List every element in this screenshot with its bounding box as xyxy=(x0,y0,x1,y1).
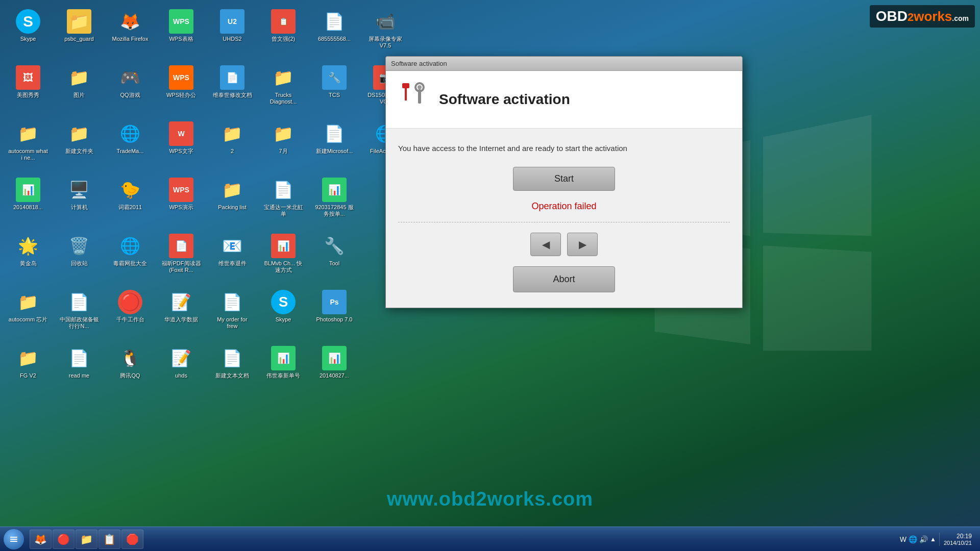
svg-rect-1 xyxy=(405,86,407,101)
operation-failed-text: Operation failed xyxy=(398,201,730,212)
nav-buttons: ◀ ▶ xyxy=(398,233,730,256)
dialog-titlebar-text: Software activation xyxy=(391,60,737,67)
dialog-title: Software activation xyxy=(439,91,570,108)
svg-point-4 xyxy=(418,85,422,89)
svg-rect-3 xyxy=(418,89,421,104)
forward-button[interactable]: ▶ xyxy=(567,233,598,256)
dialog-message: You have access to the Internet and are … xyxy=(398,144,730,153)
dialog-header: Software activation xyxy=(386,71,742,129)
dialog-body: You have access to the Internet and are … xyxy=(386,129,742,308)
dialog-titlebar: Software activation xyxy=(386,57,742,71)
forward-icon: ▶ xyxy=(579,238,586,251)
start-button[interactable]: Start xyxy=(513,167,615,191)
tools-icon xyxy=(398,81,429,118)
software-activation-dialog: Software activation Sof xyxy=(385,56,743,308)
dialog-divider xyxy=(398,222,730,222)
back-icon: ◀ xyxy=(542,238,550,251)
dialog-overlay: Software activation Sof xyxy=(0,0,980,551)
back-button[interactable]: ◀ xyxy=(530,233,561,256)
abort-button[interactable]: Abort xyxy=(513,266,615,292)
desktop: OBD2works.com S Skype 📁 psbc_guard 🦊 Moz… xyxy=(0,0,980,551)
